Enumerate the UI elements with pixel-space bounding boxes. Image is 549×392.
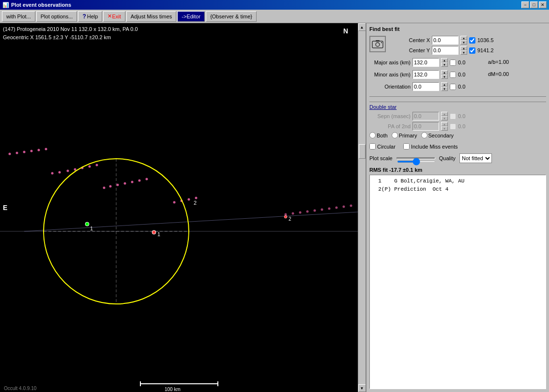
center-y-spin-up[interactable]: ▲ [460, 46, 467, 50]
major-axis-spin-down[interactable]: ▼ [441, 62, 448, 67]
svg-point-21 [173, 201, 176, 204]
radio-primary[interactable] [392, 132, 398, 138]
menu-editor[interactable]: ->Editor [177, 11, 205, 22]
orientation-checkbox[interactable] [450, 84, 456, 90]
menu-with-plot[interactable]: with Plot... [2, 11, 35, 22]
center-y-checkbox[interactable] [469, 47, 475, 54]
radio-group: Both Primary Secondary [369, 132, 546, 138]
pa2nd-spin-down[interactable]: ▼ [441, 126, 448, 131]
menu-observer-time[interactable]: {Observer & time} [206, 11, 257, 22]
orientation-input[interactable] [412, 82, 439, 91]
minor-axis-spin-down[interactable]: ▼ [441, 75, 448, 79]
include-miss-checkbox[interactable] [403, 143, 410, 150]
camera-icon [372, 39, 383, 49]
fit-icon-button[interactable] [369, 36, 386, 52]
svg-text:2: 2 [194, 200, 197, 206]
major-axis-checkbox[interactable] [450, 60, 456, 66]
orientation-spin-up[interactable]: ▲ [441, 82, 448, 87]
svg-point-13 [96, 164, 98, 166]
close-button[interactable]: ✕ [539, 1, 547, 8]
orientation-spin-down[interactable]: ▼ [441, 87, 448, 91]
options-row: Circular Include Miss events [369, 143, 546, 150]
menu-help[interactable]: ? Help [78, 11, 102, 22]
svg-point-38 [306, 211, 309, 213]
plot-scale-slider[interactable] [397, 161, 436, 163]
maximize-button[interactable]: □ [530, 1, 538, 8]
title-controls: − □ ✕ [521, 1, 547, 8]
center-x-input[interactable] [432, 36, 458, 45]
pa2nd-input[interactable] [412, 122, 439, 131]
orientation-display: 0.0 [458, 84, 482, 90]
svg-text:1: 1 [157, 231, 160, 237]
east-label: E [3, 204, 7, 211]
svg-point-18 [131, 181, 134, 183]
plot-scale-row: Plot scale Quality Not fitted Good Fair … [369, 153, 546, 163]
sepn-checkbox[interactable] [450, 113, 456, 120]
center-x-spin-up[interactable]: ▲ [460, 36, 467, 40]
pa2nd-spinner: ▲ ▼ [441, 122, 448, 131]
major-axis-spin-up[interactable]: ▲ [441, 58, 448, 62]
minor-axis-spinner: ▲ ▼ [441, 70, 448, 79]
svg-point-30 [85, 222, 89, 226]
center-x-spin-down[interactable]: ▼ [460, 40, 467, 45]
sepn-spin-up[interactable]: ▲ [441, 112, 448, 116]
center-y-input[interactable] [432, 46, 458, 55]
menu-exit[interactable]: ✕ Exit [103, 11, 125, 22]
minimize-button[interactable]: − [521, 1, 529, 8]
sepn-spin-down[interactable]: ▼ [441, 116, 448, 121]
svg-point-36 [292, 212, 294, 215]
svg-point-12 [89, 166, 91, 168]
minor-axis-input[interactable] [412, 70, 439, 79]
svg-point-32 [152, 230, 156, 234]
svg-point-53 [376, 43, 380, 46]
svg-rect-0 [0, 23, 358, 392]
svg-point-2 [16, 152, 18, 154]
major-axis-label: Major axis (km) [369, 60, 411, 65]
circular-checkbox[interactable] [369, 143, 376, 150]
vertical-scrollbar: ▲ ▼ [358, 23, 366, 392]
plot-scale-label: Plot scale [369, 155, 393, 161]
major-axis-spinner: ▲ ▼ [441, 58, 448, 67]
menu-adjust-miss[interactable]: Adjust Miss times [126, 11, 177, 22]
ratio-ab: a/b=1.00 [488, 58, 509, 67]
center-y-label: Center Y [389, 47, 430, 53]
svg-point-16 [117, 184, 119, 186]
title-icon: 📊 [2, 2, 9, 8]
scroll-thumb-v[interactable] [359, 144, 366, 159]
title-bar: 📊 Plot event observations − □ ✕ [0, 0, 549, 10]
include-miss-label: Include Miss events [403, 143, 458, 150]
center-y-spin-down[interactable]: ▼ [460, 50, 467, 55]
svg-point-10 [74, 168, 76, 171]
minor-axis-spin-up[interactable]: ▲ [441, 70, 448, 75]
pa2nd-spin-up[interactable]: ▲ [441, 122, 448, 126]
pa2nd-checkbox[interactable] [450, 123, 456, 130]
main-layout: 1 1 2 [0, 23, 549, 392]
scroll-up-button[interactable]: ▲ [358, 23, 366, 31]
menu-plot-options[interactable]: Plot options... [36, 11, 77, 22]
center-x-label: Center X [389, 37, 430, 43]
minor-axis-checkbox[interactable] [450, 72, 456, 78]
major-axis-input[interactable] [412, 58, 439, 67]
circular-label: Circular [369, 143, 396, 150]
pa2nd-row: PA of 2nd ▲ ▼ 0.0 [369, 122, 546, 131]
svg-point-5 [38, 149, 40, 151]
plot-svg: 1 1 2 [0, 23, 358, 392]
sepn-label: Sepn (masec) [369, 113, 411, 119]
canvas-main[interactable]: 1 1 2 [0, 23, 358, 392]
double-star-link[interactable]: Double star [369, 104, 396, 110]
svg-point-9 [67, 170, 69, 172]
sepn-input[interactable] [412, 112, 439, 121]
radio-both[interactable] [369, 132, 376, 138]
svg-point-7 [51, 172, 54, 175]
svg-point-42 [336, 207, 338, 209]
svg-text:2: 2 [289, 216, 291, 222]
pa2nd-label: PA of 2nd [369, 123, 411, 129]
output-area[interactable]: 1 G Bolt,Craigie, WA, AU 2(P) Prediction… [369, 175, 546, 389]
center-x-checkbox[interactable] [469, 37, 475, 44]
radio-secondary-label: Secondary [421, 132, 454, 138]
radio-secondary[interactable] [421, 132, 427, 138]
svg-point-3 [23, 151, 26, 153]
quality-select[interactable]: Not fitted Good Fair Poor [459, 153, 492, 163]
scroll-down-button[interactable]: ▼ [358, 384, 366, 392]
sepn-display: 0.0 [458, 113, 482, 119]
